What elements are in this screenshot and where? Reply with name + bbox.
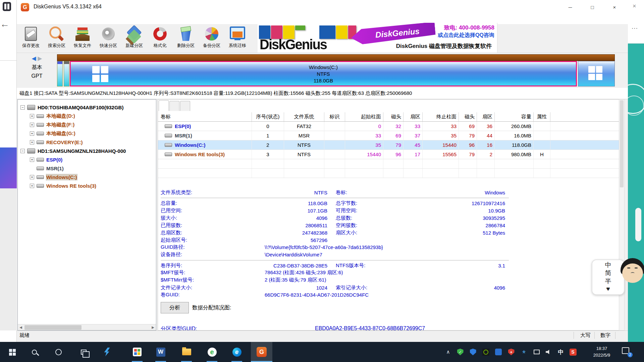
column-header[interactable]: 扇区: [477, 112, 495, 121]
scroll-left-icon[interactable]: ◀: [18, 325, 24, 329]
partition-block-windows-c[interactable]: Windows(C:) NTFS 118.0GB: [70, 61, 577, 86]
toolbar-button[interactable]: 系统迁移: [225, 25, 250, 52]
tray-icon[interactable]: [544, 347, 553, 357]
taskbar-app-icon[interactable]: W: [153, 342, 169, 362]
tree-item[interactable]: HD1:SAMSUNGMZNLN128HAHQ-000: [18, 146, 156, 155]
column-header[interactable]: 起始柱面: [345, 112, 383, 121]
tree-expand-toggle[interactable]: [30, 123, 34, 127]
table-row[interactable]: ESP(0) 0 FAT32 0 32 33 33 69 36 260.0MB: [158, 122, 620, 131]
table-row[interactable]: Windows RE tools(3) 3 NTFS 15440 96 17 1…: [158, 150, 620, 159]
tray-icon[interactable]: [494, 347, 503, 357]
menu-item[interactable]: [57, 18, 64, 20]
tree-expand-toggle[interactable]: [30, 131, 34, 136]
back-arrow-icon[interactable]: ←: [0, 19, 9, 29]
column-header[interactable]: 属性: [534, 112, 550, 121]
ime-mode-simplified[interactable]: 简: [605, 269, 611, 277]
scrollbar-thumb[interactable]: [24, 325, 82, 330]
menu-item[interactable]: [28, 18, 35, 20]
tray-icon[interactable]: *: [519, 347, 529, 357]
ad-qq-link[interactable]: 或点击此处选择QQ咨询: [438, 32, 494, 39]
taskbar-app-icon[interactable]: [26, 342, 42, 362]
close-button[interactable]: ×: [605, 0, 624, 14]
taskbar-app-icon[interactable]: [75, 342, 92, 362]
prev-disk-arrow-icon[interactable]: ◀: [32, 55, 36, 62]
taskbar-app-icon[interactable]: [4, 342, 20, 362]
tree-item[interactable]: Windows RE tools(3): [18, 181, 156, 190]
tree-expand-toggle[interactable]: [30, 114, 34, 118]
tray-icon[interactable]: 中: [556, 347, 566, 357]
toolbar-button[interactable]: 删除分区: [173, 25, 199, 52]
ime-status-widget[interactable]: 中 简 半 ♥: [592, 258, 644, 296]
column-header[interactable]: 终止柱面: [423, 112, 459, 121]
taskbar-app-icon[interactable]: e: [204, 342, 220, 362]
partition-block-msr[interactable]: [64, 61, 69, 86]
tree-item[interactable]: 本地磁盘(F:): [18, 120, 156, 129]
table-row[interactable]: MSR(1) 1 MSR 33 69 37 35 79 44 16.0MB: [158, 131, 620, 140]
toolbar-button[interactable]: 备份分区: [199, 25, 224, 52]
ime-status-card[interactable]: 中 简 半 ♥: [592, 259, 625, 295]
partition-block-esp[interactable]: [57, 61, 63, 86]
tree-expand-toggle[interactable]: [30, 158, 34, 162]
toolbar-button[interactable]: 搜索分区: [44, 25, 69, 52]
toolbar-button[interactable]: 格式化: [147, 25, 173, 52]
partition-block-re-tools[interactable]: [578, 61, 615, 86]
next-disk-arrow-icon[interactable]: ▶: [38, 55, 42, 62]
taskbar-app-icon[interactable]: G: [251, 342, 272, 362]
tray-icon[interactable]: ∧: [443, 347, 453, 357]
column-header[interactable]: 扇区: [404, 112, 423, 121]
tree-item[interactable]: 本地磁盘(D:): [18, 112, 156, 120]
tab[interactable]: [159, 100, 169, 111]
menu-item[interactable]: [50, 18, 57, 20]
column-header[interactable]: 卷标: [158, 112, 252, 121]
toolbar-button[interactable]: 快速分区: [96, 25, 121, 52]
tray-icon[interactable]: S: [568, 347, 578, 357]
column-header[interactable]: 容量: [495, 112, 534, 121]
notification-center-icon[interactable]: 2: [622, 347, 632, 357]
taskbar-app-icon[interactable]: e: [229, 342, 245, 362]
tray-icon[interactable]: [481, 347, 490, 357]
tray-icon[interactable]: +: [506, 347, 516, 357]
scroll-right-icon[interactable]: ▶: [150, 325, 156, 329]
column-header[interactable]: 磁头: [383, 112, 404, 121]
minimize-button[interactable]: ─: [561, 0, 580, 14]
tree-horizontal-scrollbar[interactable]: ◀ ▶: [18, 324, 156, 330]
column-header[interactable]: 标识: [324, 112, 345, 121]
tab[interactable]: [180, 101, 190, 111]
tree-item[interactable]: 本地磁盘(G:): [18, 129, 156, 138]
menu-item[interactable]: [20, 18, 28, 20]
menu-item[interactable]: [42, 18, 50, 20]
tree-item[interactable]: Windows(C:): [18, 173, 156, 181]
toolbar-button[interactable]: 新建分区: [121, 25, 147, 52]
tray-icon[interactable]: [468, 347, 478, 357]
taskbar-clock[interactable]: 18:37 2022/5/9: [585, 345, 619, 359]
taskbar-app-icon[interactable]: [50, 342, 66, 362]
maximize-button[interactable]: □: [583, 0, 602, 14]
tab[interactable]: [169, 101, 179, 111]
taskbar-app-icon[interactable]: [129, 342, 145, 362]
scrollbar-thumb[interactable]: [620, 100, 624, 187]
tree-item[interactable]: RECOVERY(E:): [18, 138, 156, 146]
tree-item[interactable]: MSR(1): [18, 164, 156, 173]
ad-banner[interactable]: DiskGenius DiskGenius 致电: 400-008-9958 或…: [258, 23, 497, 53]
tree-expand-toggle[interactable]: [30, 184, 34, 188]
column-header[interactable]: 磁头: [459, 112, 477, 121]
tree-expand-toggle[interactable]: [20, 149, 25, 153]
taskbar-app-icon[interactable]: [178, 342, 195, 362]
background-close-icon[interactable]: ×: [633, 3, 636, 10]
tray-icon[interactable]: ✓: [455, 347, 465, 357]
column-header[interactable]: 文件系统: [284, 112, 324, 121]
toolbar-button[interactable]: 恢复文件: [70, 25, 95, 52]
tree-item[interactable]: HD0:TOSHIBAMQ04ABF100(932GB): [18, 103, 156, 112]
table-row[interactable]: Windows(C:) 2 NTFS 35 79 45 15440 96 16 …: [158, 140, 620, 150]
tree-item[interactable]: ESP(0): [18, 155, 156, 164]
background-more-icon[interactable]: …: [631, 23, 638, 31]
menu-item[interactable]: [35, 18, 42, 20]
tree-expand-toggle[interactable]: [20, 105, 25, 110]
analyze-button[interactable]: 分析: [161, 302, 189, 313]
tree-expand-toggle[interactable]: [30, 175, 34, 179]
ime-mode-halfwidth[interactable]: 半: [605, 278, 611, 285]
tree-expand-toggle[interactable]: [30, 140, 34, 144]
ime-mode-chinese[interactable]: 中: [605, 261, 611, 269]
panel-vertical-scrollbar[interactable]: [619, 99, 625, 330]
tray-icon[interactable]: [532, 347, 541, 357]
